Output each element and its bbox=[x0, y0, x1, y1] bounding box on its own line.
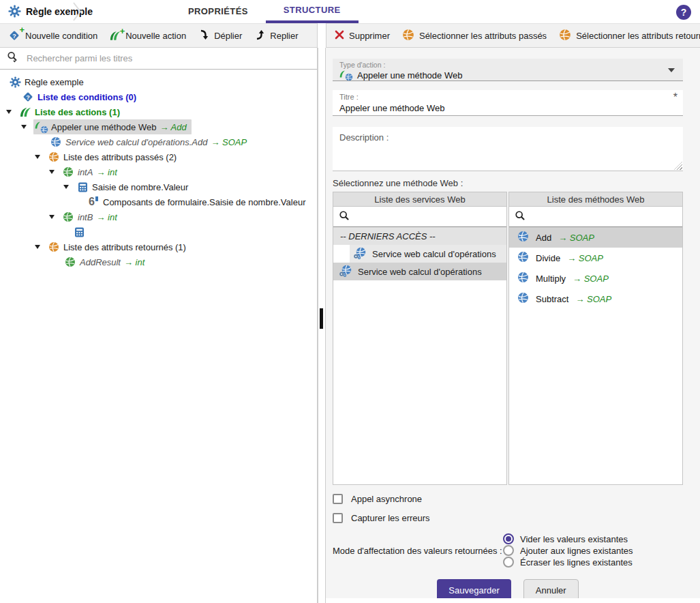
services-column: Liste des services Web -- DERNIERS ACCÈS… bbox=[333, 192, 507, 485]
tree-row-intB[interactable]: intB → int bbox=[0, 209, 317, 224]
radio-unselected[interactable] bbox=[503, 557, 514, 568]
collapse-toggle-icon[interactable] bbox=[49, 215, 55, 219]
tree-row-rule-root[interactable]: Règle exemple bbox=[0, 74, 317, 89]
select-passed-attributes-button[interactable]: Sélectionner les attributs passés bbox=[402, 29, 547, 43]
tree-label: Liste des attributs retournés (1) bbox=[63, 242, 186, 252]
collapse-toggle-icon[interactable] bbox=[63, 185, 69, 189]
method-row-multiply[interactable]: Multiply → SOAP bbox=[509, 268, 682, 289]
tree-row-addresult[interactable]: AddResult → int bbox=[0, 254, 317, 269]
collapse-all-button[interactable]: Replier bbox=[254, 29, 298, 42]
async-call-label: Appel asynchrone bbox=[351, 494, 422, 504]
tree-suffix: → int bbox=[124, 257, 144, 267]
tree-label: Saisie de nombre.Valeur bbox=[92, 182, 188, 192]
capture-errors-checkbox-row[interactable]: Capturer les erreurs bbox=[333, 513, 683, 523]
tree-row-empty-number-input[interactable] bbox=[0, 224, 317, 239]
collapse-toggle-icon[interactable] bbox=[21, 125, 27, 129]
async-call-checkbox-row[interactable]: Appel asynchrone bbox=[333, 494, 683, 504]
new-action-button[interactable]: + Nouvelle action bbox=[110, 31, 186, 41]
action-leaves-icon bbox=[18, 107, 32, 117]
bottom-strip bbox=[326, 598, 700, 603]
tree-label: Liste des attributs passés (2) bbox=[63, 152, 177, 162]
collapse-toggle-icon[interactable] bbox=[35, 245, 40, 249]
web-method-icon bbox=[35, 121, 48, 133]
select-returned-attributes-button[interactable]: Sélectionner les attributs retournés bbox=[559, 29, 700, 43]
method-label: Multiply bbox=[536, 274, 566, 284]
search-icon bbox=[515, 210, 526, 224]
method-row-subtract[interactable]: Subtract → SOAP bbox=[509, 289, 682, 309]
action-edit-panel: Type d'action : Appeler une méthode Web … bbox=[326, 48, 700, 603]
search-icon bbox=[339, 210, 350, 224]
help-button[interactable]: ? bbox=[676, 5, 691, 20]
plus-icon: + bbox=[19, 25, 25, 34]
collapse-toggle-icon[interactable] bbox=[6, 110, 12, 114]
calculator-icon bbox=[72, 227, 86, 237]
tree-row-form-component-value[interactable]: 6 Composants de formulaire.Saisie de nom… bbox=[0, 194, 317, 209]
radio-label: Écraser les lignes existantes bbox=[520, 557, 633, 568]
new-condition-button[interactable]: ? + Nouvelle condition bbox=[8, 29, 97, 42]
checkbox-unchecked[interactable] bbox=[333, 494, 343, 504]
splitter-drag-handle[interactable] bbox=[320, 308, 323, 329]
web-service-icon bbox=[339, 264, 352, 280]
services-header: Liste des services Web bbox=[333, 192, 506, 207]
services-search-input[interactable] bbox=[355, 211, 501, 222]
globe-blue-icon bbox=[517, 251, 529, 265]
method-label: Divide bbox=[536, 253, 560, 263]
method-row-add[interactable]: Add → SOAP bbox=[509, 227, 682, 248]
selected-tree-item[interactable]: Appeler une méthode Web → Add bbox=[33, 119, 192, 134]
expand-all-button[interactable]: Déplier bbox=[198, 29, 242, 42]
tree-row-passed-attributes[interactable]: Liste des attributs passés (2) bbox=[0, 149, 317, 164]
methods-search-input[interactable] bbox=[531, 211, 677, 222]
tree-row-number-input-value[interactable]: Saisie de nombre.Valeur bbox=[0, 179, 317, 194]
description-input[interactable] bbox=[339, 143, 676, 168]
toolbar-left: ? + Nouvelle condition + Nouvelle action… bbox=[0, 23, 318, 48]
tree-label: Liste des actions (1) bbox=[35, 107, 120, 117]
globe-blue-icon bbox=[517, 292, 529, 306]
tree-search-input[interactable] bbox=[25, 53, 310, 64]
tree-row-actions-list[interactable]: Liste des actions (1) bbox=[0, 104, 317, 119]
recent-access-group-row: -- DERNIERS ACCÈS -- bbox=[333, 227, 506, 245]
page-title: Règle exemple bbox=[26, 6, 93, 17]
tree-row-intA[interactable]: intA → int bbox=[0, 164, 317, 179]
globe-blue-icon bbox=[517, 231, 529, 244]
service-row-recent[interactable]: Service web calcul d'opérations bbox=[333, 245, 506, 263]
radio-unselected[interactable] bbox=[503, 545, 514, 556]
expand-all-label: Déplier bbox=[214, 31, 242, 41]
collapse-toggle-icon[interactable] bbox=[35, 155, 40, 159]
service-row-selected[interactable]: Service web calcul d'opérations bbox=[333, 263, 506, 280]
checkbox-unchecked[interactable] bbox=[333, 513, 343, 523]
title-field[interactable]: Titre : Appeler une méthode Web * bbox=[333, 90, 683, 116]
tree-row-returned-attributes[interactable]: Liste des attributs retournés (1) bbox=[0, 239, 317, 254]
delete-label: Supprimer bbox=[349, 31, 390, 41]
tree-label: Liste des conditions (0) bbox=[37, 92, 136, 102]
tree-row-web-method-action[interactable]: Appeler une méthode Web → Add bbox=[0, 119, 317, 134]
tree-label: Service web calcul d'opérations.Add bbox=[65, 137, 207, 147]
method-suffix: → SOAP bbox=[567, 253, 603, 263]
delete-x-icon bbox=[335, 30, 344, 42]
collapse-toggle-icon[interactable] bbox=[49, 170, 55, 174]
panel-splitter bbox=[318, 48, 326, 603]
new-condition-label: Nouvelle condition bbox=[25, 31, 97, 41]
action-type-value: Appeler une méthode Web bbox=[357, 70, 462, 80]
methods-column: Liste des méthodes Web Add → SOAP Divide bbox=[508, 192, 683, 485]
tree-label: intA bbox=[78, 167, 93, 177]
tab-structure[interactable]: STRUCTURE bbox=[266, 0, 359, 23]
tree-row-service-binding[interactable]: Service web calcul d'opérations.Add → SO… bbox=[0, 134, 317, 149]
radio-option-overwrite-rows[interactable]: Écraser les lignes existantes bbox=[503, 557, 633, 568]
tree-row-conditions-list[interactable]: ? Liste des conditions (0) bbox=[0, 89, 317, 104]
action-type-select[interactable]: Type d'action : Appeler une méthode Web bbox=[333, 59, 683, 81]
header-bar: Règle exemple PROPRIÉTÉS STRUCTURE ? bbox=[0, 0, 700, 23]
tab-proprietes[interactable]: PROPRIÉTÉS bbox=[170, 0, 266, 23]
radio-option-clear-values[interactable]: Vider les valeurs existantes bbox=[503, 533, 633, 544]
select-returned-label: Sélectionner les attributs retournés bbox=[576, 31, 700, 41]
methods-header: Liste des méthodes Web bbox=[509, 192, 682, 207]
globe-green-icon bbox=[61, 166, 75, 177]
radio-option-append-rows[interactable]: Ajouter aux lignes existantes bbox=[503, 545, 633, 556]
action-type-label: Type d'action : bbox=[339, 61, 676, 69]
globe-orange-icon bbox=[47, 151, 61, 162]
method-row-divide[interactable]: Divide → SOAP bbox=[509, 248, 682, 268]
tree-label: AddResult bbox=[80, 257, 121, 267]
delete-button[interactable]: Supprimer bbox=[335, 30, 390, 42]
radio-selected[interactable] bbox=[503, 533, 514, 544]
capture-errors-label: Capturer les erreurs bbox=[351, 513, 430, 523]
rule-tree: Règle exemple ? Liste des conditions (0)… bbox=[0, 70, 317, 269]
